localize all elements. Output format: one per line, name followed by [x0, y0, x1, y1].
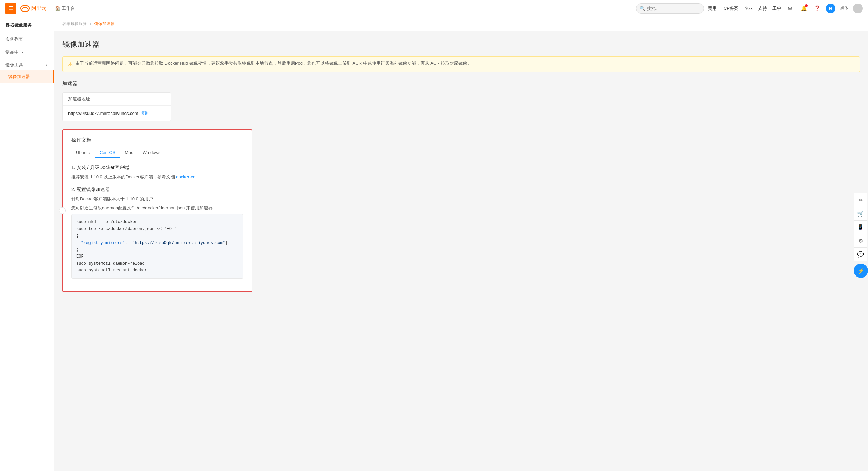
notification-badge [805, 4, 808, 7]
float-settings-button[interactable]: ⚙ [854, 234, 867, 247]
search-input[interactable] [647, 6, 700, 11]
warning-text: 由于当前运营商网络问题，可能会导致您拉取 Docker Hub 镜像变慢，建议您… [75, 60, 472, 67]
nav-support-link[interactable]: 支持 [758, 5, 767, 12]
code-line-2: sudo tee /etc/docker/daemon.json <<-'EOF… [76, 226, 238, 232]
workspace-link[interactable]: 🏠 工作台 [55, 5, 75, 12]
chevron-up-icon: ▲ [45, 63, 48, 67]
nav-fee-link[interactable]: 费用 [708, 5, 717, 12]
tab-windows[interactable]: Windows [138, 148, 165, 158]
docs-tabs: Ubuntu CentOS Mac Windows [71, 148, 243, 158]
copy-button[interactable]: 复制 [141, 110, 149, 116]
float-quick-button[interactable]: ⚡ [854, 264, 868, 278]
sidebar: 容器镜像服务 实例列表 制品中心 镜像工具 ▲ 镜像加速器 [0, 17, 54, 471]
code-line-6: EOF [76, 253, 238, 260]
page-body: 镜像加速器 ⚠ 由于当前运营商网络问题，可能会导致您拉取 Docker Hub … [54, 31, 868, 300]
home-icon: 🏠 [55, 6, 60, 11]
collapse-arrow-button[interactable]: ‹ [59, 207, 66, 214]
accelerator-box: 加速器地址 https://9isu0qk7.mirror.aliyuncs.c… [62, 92, 171, 121]
logo-text: 阿里云 [31, 5, 46, 12]
sidebar-item-accelerator-label: 镜像加速器 [8, 74, 30, 80]
nav-links: 费用 ICP备案 企业 支持 工单 [708, 5, 781, 12]
breadcrumb-current: 镜像加速器 [94, 21, 115, 26]
sidebar-group-tools[interactable]: 镜像工具 ▲ [0, 59, 54, 70]
section-title-accel: 加速器 [62, 80, 860, 87]
avatar[interactable] [853, 4, 863, 13]
code-val: "https://9isu0qk7.mirror.aliyuncs.com" [132, 241, 225, 245]
sidebar-sub-tools: 镜像加速器 [0, 70, 54, 83]
search-icon: 🔍 [640, 6, 645, 11]
notification-button[interactable]: 🔔 [799, 4, 808, 13]
step2-title: 2. 配置镜像加速器 [71, 187, 243, 193]
float-mobile-button[interactable]: 📱 [854, 220, 867, 234]
nav-icp-link[interactable]: ICP备案 [722, 5, 738, 12]
float-chat-button[interactable]: 💬 [854, 247, 867, 261]
nav-divider [51, 5, 51, 12]
accel-url: https://9isu0qk7.mirror.aliyuncs.com [68, 111, 138, 116]
menu-button[interactable]: ☰ [5, 3, 16, 14]
float-edit-button[interactable]: ✏ [854, 193, 867, 207]
docs-step-1: 1. 安装 / 升级Docker客户端 推荐安装 1.10.0 以上版本的Doc… [71, 165, 243, 181]
sidebar-item-artifacts-label: 制品中心 [5, 49, 23, 55]
breadcrumb-sep: / [90, 21, 91, 26]
breadcrumb: 容器镜像服务 / 镜像加速器 [54, 17, 868, 31]
docs-step-2: 2. 配置镜像加速器 针对Docker客户端版本大于 1.10.0 的用户 您可… [71, 187, 243, 279]
sidebar-item-accelerator[interactable]: 镜像加速器 [0, 70, 54, 83]
main-layout: 容器镜像服务 实例列表 制品中心 镜像工具 ▲ 镜像加速器 容器镜像服务 / 镜… [0, 17, 868, 471]
mail-button[interactable]: ✉ [785, 4, 795, 13]
step1-text-content: 推荐安装 1.10.0 以上版本的Docker客户端，参考文档 [71, 174, 175, 179]
warning-icon: ⚠ [68, 60, 73, 68]
sidebar-item-instances[interactable]: 实例列表 [0, 33, 54, 46]
accel-box-header: 加速器地址 [63, 93, 171, 106]
sidebar-item-instances-label: 实例列表 [5, 36, 23, 42]
code-line-3: { [76, 232, 238, 239]
content-area: 容器镜像服务 / 镜像加速器 镜像加速器 ⚠ 由于当前运营商网络问题，可能会导致… [54, 17, 868, 471]
sidebar-title: 容器镜像服务 [0, 17, 54, 33]
search-box[interactable]: 🔍 [636, 3, 704, 14]
code-line-5: } [76, 246, 238, 253]
menu-icon: ☰ [8, 5, 13, 12]
breadcrumb-parent[interactable]: 容器镜像服务 [62, 21, 87, 26]
docs-box: ‹ 操作文档 Ubuntu CentOS Mac Windows 1. 安装 /… [62, 129, 252, 292]
sidebar-item-artifacts[interactable]: 制品中心 [0, 46, 54, 59]
accel-box-body: https://9isu0qk7.mirror.aliyuncs.com 复制 [63, 106, 171, 121]
step2-sub-title: 针对Docker客户端版本大于 1.10.0 的用户 [71, 196, 243, 203]
code-line-7: sudo systemctl daemon-reload [76, 260, 238, 267]
code-key: "registry-mirrors" [81, 241, 125, 245]
page-title: 镜像加速器 [62, 39, 860, 49]
step1-link[interactable]: docker-ce [176, 174, 195, 179]
logo-icon [20, 5, 30, 12]
media-button[interactable]: 媒体 [840, 4, 849, 13]
sidebar-group-tools-label: 镜像工具 [5, 62, 23, 68]
docs-title: 操作文档 [71, 137, 243, 143]
nav-ticket-link[interactable]: 工单 [772, 5, 781, 12]
code-line-8: sudo systemctl restart docker [76, 267, 238, 274]
tab-mac[interactable]: Mac [120, 148, 138, 158]
tab-centos[interactable]: CentOS [95, 148, 120, 158]
tab-ubuntu[interactable]: Ubuntu [71, 148, 95, 158]
warning-banner: ⚠ 由于当前运营商网络问题，可能会导致您拉取 Docker Hub 镜像变慢，建… [62, 56, 860, 72]
step1-title: 1. 安装 / 升级Docker客户端 [71, 165, 243, 171]
workspace-label: 工作台 [62, 5, 75, 12]
nav-enterprise-link[interactable]: 企业 [744, 5, 753, 12]
code-line-1: sudo mkdir -p /etc/docker [76, 219, 238, 225]
code-block: sudo mkdir -p /etc/docker sudo tee /etc/… [71, 214, 243, 278]
step2-text-content: 您可以通过修改daemon配置文件 /etc/docker/daemon.jso… [71, 205, 213, 210]
user-circle-button[interactable]: Ie [826, 4, 835, 13]
step1-text: 推荐安装 1.10.0 以上版本的Docker客户端，参考文档 docker-c… [71, 173, 243, 181]
logo: 阿里云 [20, 5, 46, 12]
step2-text: 您可以通过修改daemon配置文件 /etc/docker/daemon.jso… [71, 205, 243, 212]
right-float-panel: ✏ 🛒 📱 ⚙ 💬 ⚡ [854, 193, 868, 278]
top-nav: ☰ 阿里云 🏠 工作台 🔍 费用 ICP备案 企业 支持 工单 ✉ 🔔 ❓ Ie… [0, 0, 868, 17]
code-line-4: "registry-mirrors": ["https://9isu0qk7.m… [76, 240, 238, 246]
svg-point-0 [21, 5, 29, 12]
help-button[interactable]: ❓ [812, 4, 822, 13]
float-cart-button[interactable]: 🛒 [854, 207, 867, 220]
